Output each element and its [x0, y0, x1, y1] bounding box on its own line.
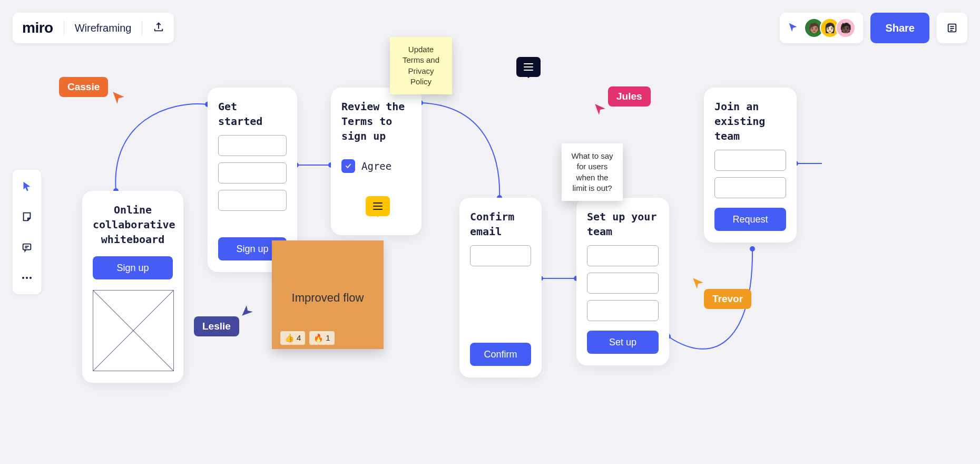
svg-point-19 [26, 277, 28, 279]
sticky-note-tool-icon[interactable] [18, 208, 36, 226]
card-title: Online collaborative whiteboard [93, 202, 173, 247]
wireframe-card-setup-team[interactable]: Set up your team Set up [576, 198, 669, 365]
svg-point-9 [750, 246, 755, 252]
select-tool-icon[interactable] [18, 177, 36, 195]
export-icon[interactable] [153, 21, 164, 35]
svg-point-20 [30, 277, 32, 279]
input-field[interactable] [587, 273, 659, 294]
divider [64, 21, 64, 35]
svg-rect-15 [23, 244, 31, 250]
input-field[interactable] [587, 300, 659, 321]
confirm-button[interactable]: Confirm [470, 343, 531, 366]
board-name[interactable]: Wireframing [75, 22, 132, 34]
cursor-icon [691, 276, 705, 290]
input-field[interactable] [587, 245, 659, 266]
sticky-text: What to say for users when the limit is … [571, 151, 613, 192]
input-field[interactable] [218, 190, 287, 211]
sticky-text: Improved flow [280, 290, 375, 306]
reaction-thumbsup[interactable]: 👍4 [280, 331, 305, 345]
divider [142, 21, 142, 35]
topbar-right: 🧑🏽 👩🏻 🧑🏿 Share [780, 13, 967, 43]
presence-pill: 🧑🏽 👩🏻 🧑🏿 [780, 13, 863, 43]
cursor-trevor: Trevor [704, 289, 751, 309]
board-menu-button[interactable] [937, 13, 967, 43]
request-button[interactable]: Request [714, 208, 786, 231]
cursor-name: Cassie [59, 77, 108, 97]
card-title: Get started [218, 99, 287, 129]
card-title: Join an existing team [714, 99, 786, 143]
agree-label: Agree [361, 160, 391, 172]
card-title: Set up your team [587, 209, 659, 239]
wireframe-card-join-team[interactable]: Join an existing team Request [704, 88, 797, 243]
topbar-left: miro Wireframing [13, 13, 174, 43]
avatar[interactable]: 🧑🏿 [836, 18, 856, 38]
reaction-fire[interactable]: 🔥1 [309, 331, 334, 345]
sticky-text: Update Terms and Privacy Policy [403, 45, 439, 86]
input-field[interactable] [218, 162, 287, 183]
cursor-name: Jules [608, 86, 651, 107]
sticky-note-white[interactable]: What to say for users when the limit is … [562, 143, 623, 201]
share-button[interactable]: Share [870, 13, 929, 43]
cursor-icon [593, 102, 607, 116]
input-field[interactable] [470, 245, 531, 266]
input-field[interactable] [714, 177, 786, 198]
agree-checkbox[interactable] [341, 159, 355, 173]
image-placeholder [93, 290, 174, 371]
cursor-cassie: Cassie [59, 77, 108, 97]
svg-point-18 [22, 277, 24, 279]
cursor-name: Leslie [194, 316, 239, 336]
wireframe-card-welcome[interactable]: Online collaborative whiteboard Sign up [82, 191, 183, 383]
presentation-cursor-icon[interactable] [787, 21, 799, 35]
logo[interactable]: miro [22, 20, 53, 36]
tool-toolbar [13, 170, 41, 294]
card-title: Review the Terms to sign up [341, 99, 411, 143]
sticky-note-yellow[interactable]: Update Terms and Privacy Policy [390, 37, 452, 94]
card-title: Confirm email [470, 209, 531, 239]
comment-bubble[interactable] [366, 196, 390, 216]
agree-row: Agree [341, 159, 411, 173]
more-tools-icon[interactable] [18, 269, 36, 287]
cursor-jules: Jules [608, 86, 651, 107]
input-field[interactable] [714, 150, 786, 171]
whiteboard-canvas[interactable]: Online collaborative whiteboard Sign up … [0, 0, 980, 464]
wireframe-card-confirm-email[interactable]: Confirm email Confirm [459, 198, 542, 378]
cursor-leslie: Leslie [194, 316, 239, 336]
avatar-stack[interactable]: 🧑🏽 👩🏻 🧑🏿 [804, 18, 856, 38]
comment-bubble[interactable] [516, 57, 541, 77]
cursor-name: Trevor [704, 289, 751, 309]
sticky-note-orange[interactable]: Improved flow 👍4 🔥1 [272, 240, 384, 349]
setup-button[interactable]: Set up [587, 331, 659, 354]
input-field[interactable] [218, 135, 287, 156]
reactions: 👍4 🔥1 [280, 331, 375, 345]
comment-tool-icon[interactable] [18, 238, 36, 256]
signup-button[interactable]: Sign up [93, 256, 173, 279]
cursor-icon [111, 90, 126, 105]
cursor-icon [240, 304, 254, 317]
